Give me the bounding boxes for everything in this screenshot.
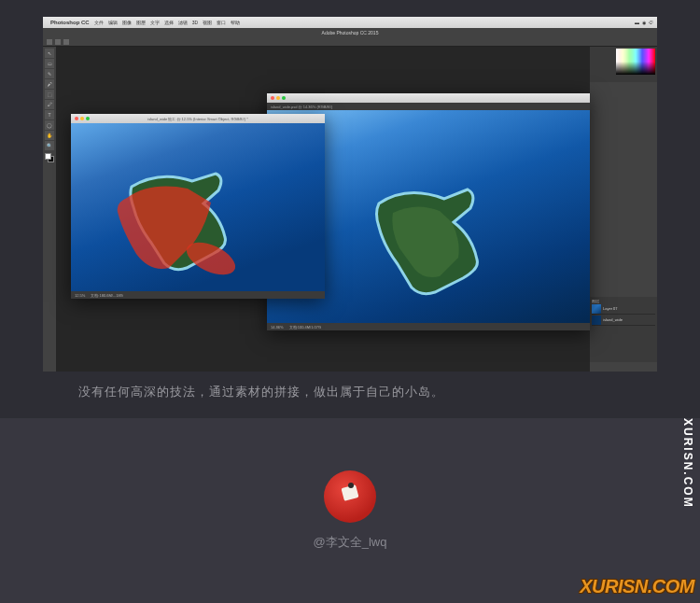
marquee-tool[interactable]: ▭: [45, 59, 54, 68]
photoshop-screenshot: Photoshop CC 文件 编辑 图像 图层 文字 选择 滤镜 3D 视图 …: [43, 17, 657, 372]
brush-tool[interactable]: 🖌: [45, 79, 54, 89]
move-tool[interactable]: ↖: [45, 49, 54, 58]
photoshop-options-bar: [43, 37, 657, 47]
menu-view[interactable]: 视图: [203, 20, 212, 25]
option-swatch[interactable]: [55, 39, 61, 45]
foreground-color[interactable]: [45, 153, 51, 160]
layers-panel[interactable]: 图层 Layer 07 island_wide: [590, 297, 657, 362]
traffic-lights: [271, 96, 286, 100]
document-window-1[interactable]: island_wide 能工 @ 12.5% (Interior Smart O…: [71, 114, 325, 299]
color-picker[interactable]: [45, 153, 54, 162]
ps-title: Adobe Photoshop CC 2015: [322, 30, 379, 35]
photoshop-toolbar: ↖ ▭ ✎ 🖌 ⬚ 🖊 T ◯ ✋ 🔍: [43, 47, 56, 372]
doc2-statusbar: 14.36% 文档:100.4M/1.07G: [267, 323, 590, 330]
menu-image[interactable]: 图像: [122, 20, 132, 25]
menu-select[interactable]: 选择: [164, 20, 174, 25]
doc1-zoom: 12.5%: [75, 293, 85, 298]
hand-tool[interactable]: ✋: [45, 131, 54, 140]
doc2-tab[interactable]: island_wide.psd @ 14.36% (RGB/8#): [267, 103, 590, 110]
traffic-lights: [75, 117, 90, 120]
menu-layer[interactable]: 图层: [136, 20, 146, 25]
menu-file[interactable]: 文件: [94, 20, 104, 25]
doc1-info: 文档:180.6M/...18G: [91, 293, 122, 298]
clock-icon: ⏱: [649, 20, 653, 25]
menu-edit[interactable]: 编辑: [108, 20, 118, 25]
option-swatch[interactable]: [63, 39, 69, 45]
author-handle[interactable]: @李文全_lwq: [314, 534, 387, 551]
doc2-info: 文档:100.4M/1.07G: [289, 325, 321, 330]
avatar-figure-icon: [339, 483, 361, 511]
maximize-icon[interactable]: [282, 96, 286, 100]
doc1-titlebar[interactable]: island_wide 能工 @ 12.5% (Interior Smart O…: [71, 114, 325, 123]
shape-tool[interactable]: ◯: [45, 120, 54, 130]
island-with-mask: [99, 161, 286, 282]
crop-tool[interactable]: ⬚: [45, 90, 54, 99]
mac-menubar: Photoshop CC 文件 编辑 图像 图层 文字 选择 滤镜 3D 视图 …: [43, 17, 657, 28]
wifi-icon: ◉: [642, 20, 646, 25]
photoshop-panels: 图层 Layer 07 island_wide: [590, 47, 657, 372]
doc2-zoom: 14.36%: [271, 325, 284, 330]
layer-thumbnail: [592, 304, 601, 314]
menu-help[interactable]: 帮助: [231, 20, 240, 25]
island-graphic: [342, 175, 528, 306]
menu-window[interactable]: 窗口: [217, 20, 226, 25]
app-name[interactable]: Photoshop CC: [50, 20, 90, 25]
minimize-icon[interactable]: [276, 96, 280, 100]
doc1-title: island_wide 能工 @ 12.5% (Interior Smart O…: [147, 117, 247, 121]
minimize-icon[interactable]: [80, 117, 84, 120]
layer-name: island_wide: [603, 317, 623, 322]
battery-icon: ▬: [635, 20, 639, 25]
color-panel[interactable]: [590, 47, 657, 82]
menubar-right: ▬ ◉ ⏱: [635, 20, 653, 25]
type-tool[interactable]: T: [45, 110, 54, 119]
zoom-tool[interactable]: 🔍: [45, 141, 54, 150]
menu-type[interactable]: 文字: [150, 20, 160, 25]
doc2-titlebar[interactable]: [267, 93, 590, 103]
layer-row[interactable]: Layer 07: [592, 303, 655, 315]
maximize-icon[interactable]: [86, 117, 90, 120]
layer-thumbnail: [592, 316, 601, 325]
layer-name: Layer 07: [603, 306, 618, 311]
doc1-canvas[interactable]: [71, 123, 325, 291]
menu-filter[interactable]: 滤镜: [178, 20, 188, 25]
photoshop-titlebar: Adobe Photoshop CC 2015: [43, 28, 657, 37]
option-swatch[interactable]: [47, 39, 52, 45]
close-icon[interactable]: [271, 96, 274, 100]
caption: 没有任何高深的技法，通过素材的拼接，做出属于自己的小岛。: [78, 384, 444, 400]
color-spectrum[interactable]: [616, 49, 655, 75]
watermark-bottom: XURISN.COM: [580, 576, 694, 597]
menu-3d[interactable]: 3D: [192, 20, 198, 25]
avatar[interactable]: [324, 470, 376, 523]
watermark-vertical: XURISN.COM: [681, 418, 694, 509]
pen-tool[interactable]: 🖊: [45, 100, 54, 109]
layer-row[interactable]: island_wide: [592, 315, 655, 326]
canvas-area: island_wide.psd @ 14.36% (RGB/8#) 14.36%…: [56, 47, 590, 372]
lasso-tool[interactable]: ✎: [45, 69, 54, 78]
doc1-statusbar: 12.5% 文档:180.6M/...18G: [71, 291, 325, 299]
close-icon[interactable]: [75, 117, 78, 120]
